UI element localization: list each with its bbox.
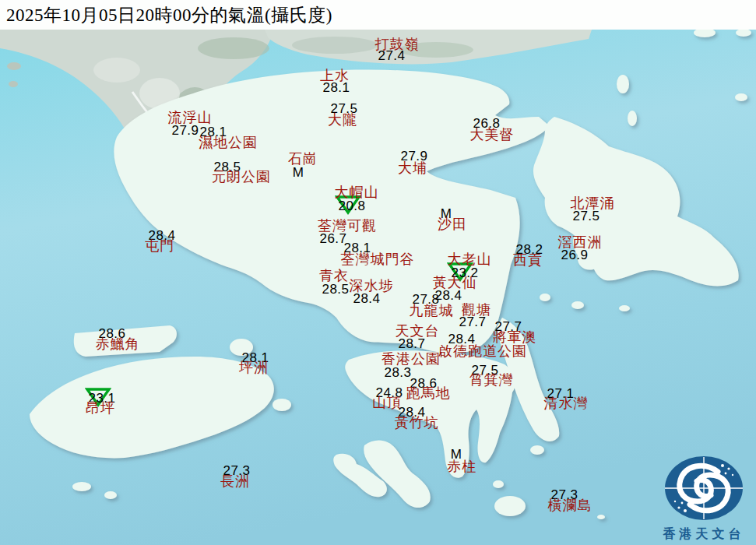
station-temp-value: 28.3 [384,366,411,379]
station-name-label: 沙田 [438,217,467,231]
stations-layer: 27.4打鼓嶺28.1上水27.5大隴27.9流浮山28.1濕地公園28.5元朗… [0,0,756,545]
station-name-label: 元朗公園 [212,170,271,184]
station-name-label: 大隴 [328,113,357,127]
station-name-label: 黃竹坑 [395,416,439,430]
station-temp-value: 26.7 [319,232,346,245]
station-name-label: 大帽山 [335,185,379,199]
station-name-label: 荃灣可觀 [318,219,377,233]
station-name-label: 九龍城 [410,304,454,318]
station-name-label: 觀塘 [462,303,491,317]
hko-name-chinese: 香港天文台 [652,526,755,543]
station-name-label: 荃灣城門谷 [341,252,415,266]
station-name-label: 上水 [320,69,350,83]
station-name-label: 大埔 [398,161,427,175]
station-name-label: 啟德跑道公園 [438,344,527,358]
station-temp-value: 27.5 [572,209,600,223]
station-temp-value: 27.9 [171,124,199,137]
station-name-label: 坪洲 [239,360,269,374]
station-name-label: 山頂 [372,396,402,410]
title-bar: 2025年10月05日20時00分的氣溫(攝氏度) [0,0,756,30]
station-name-label: 石崗 [288,152,318,166]
station-temp-value: 28.5 [322,283,349,296]
station-name-label: 滘西洲 [558,235,603,249]
station-name-label: 流浮山 [168,111,213,125]
station-name-label: 打鼓嶺 [375,37,420,51]
station-name-label: 大老山 [448,252,492,266]
station-name-label: 大美督 [470,128,515,142]
station-name-label: 赤鱲角 [96,337,140,351]
station-name-label: 深水埗 [350,279,394,293]
station-name-label: 橫瀾島 [548,498,592,512]
station-temp-value: 28.4 [353,292,380,305]
station-name-label: 青衣 [319,269,349,283]
station-name-label: 北潭涌 [571,196,615,210]
station-name-label: 黃大仙 [433,276,477,290]
hko-logo-icon [657,455,751,522]
station-name-label: 西貢 [513,253,543,267]
station-name-label: 筲箕灣 [469,373,514,387]
station-name-label: 長洲 [220,474,250,488]
station-name-label: 香港公園 [382,352,441,366]
hko-logo: 香港天文台 HONG KONG OBSERVATORY [652,455,755,545]
station-name-label: 屯門 [145,239,174,253]
station-name-label: 將軍澳 [493,330,537,344]
station-name-label: 清水灣 [544,396,589,410]
station-name-label: 昂坪 [86,401,115,415]
temperature-map-screen: 2025年10月05日20時00分的氣溫(攝氏度) 27.4打鼓嶺28.1上水2… [0,0,756,545]
station-temp-value: M [293,166,304,179]
station-name-label: 赤柱 [447,459,476,473]
station-name-label: 濕地公園 [199,135,258,149]
station-temp-value: 28.7 [398,337,425,350]
station-temp-value: 26.9 [561,248,588,262]
station-name-label: 跑馬地 [406,386,451,400]
station-temp-value: 20.8 [338,199,365,213]
page-title: 2025年10月05日20時00分的氣溫(攝氏度) [0,3,332,27]
station-name-label: 天文台 [396,324,440,338]
